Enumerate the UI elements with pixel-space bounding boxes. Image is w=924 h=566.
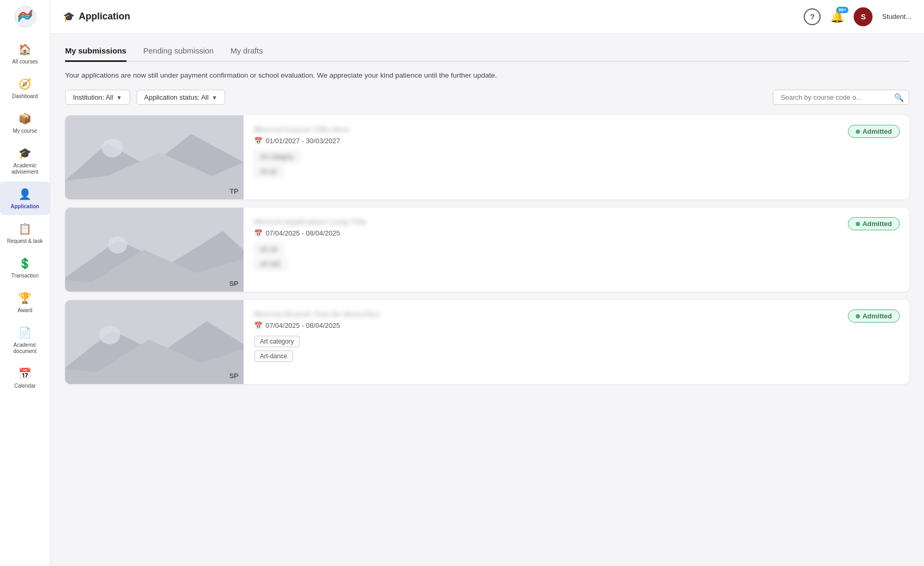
sidebar-item-request-task[interactable]: 📋 Request & task <box>0 216 50 250</box>
search-input[interactable] <box>773 90 909 105</box>
card-date: 📅 01/01/2027 - 30/03/2027 <box>254 137 899 145</box>
card-code: SP <box>229 280 238 287</box>
sidebar-item-all-courses[interactable]: 🏠 All courses <box>0 37 50 70</box>
application-icon: 👤 <box>18 187 33 201</box>
header-actions: ? 🔔 99+ S Student... <box>804 7 911 26</box>
card-thumbnail: SP <box>65 208 244 292</box>
sidebar-item-label: Request & task <box>7 238 43 244</box>
tag-item: Art art <box>254 166 283 177</box>
status-filter-label: Application status: All <box>144 93 209 101</box>
help-button[interactable]: ? <box>804 8 821 25</box>
award-icon: 🏆 <box>18 291 33 305</box>
dashboard-icon: 🧭 <box>18 77 33 91</box>
sidebar-item-academic-advisement[interactable]: 🎓 Academic advisement <box>0 141 50 180</box>
chevron-down-icon: ▼ <box>212 94 217 101</box>
sidebar-item-my-course[interactable]: 📦 My course <box>0 106 50 140</box>
sidebar-item-transaction[interactable]: 💲 Transaction <box>0 251 50 284</box>
calendar-icon: 📅 <box>254 137 262 145</box>
card-thumbnail: SP <box>65 300 244 384</box>
card-title: Blurred Application Long Title <box>254 217 899 226</box>
avatar[interactable]: S <box>854 7 873 26</box>
card-body: Admitted Blurred Course Title Here 📅 01/… <box>244 115 909 199</box>
card-thumbnail: TP <box>65 115 244 199</box>
search-wrap: 🔍 <box>773 90 909 105</box>
request-icon: 📋 <box>18 221 33 236</box>
advisement-icon: 🎓 <box>18 146 33 161</box>
tag-item: Art category <box>254 151 300 163</box>
sidebar-item-label: Transaction <box>12 273 39 279</box>
sidebar-item-application[interactable]: 👤 Application <box>0 181 50 215</box>
card-code: SP <box>229 372 238 380</box>
svg-point-12 <box>99 326 120 345</box>
app-logo[interactable] <box>14 5 37 28</box>
calendar-icon: 📅 <box>254 322 262 329</box>
main-area: 🎓 Application ? 🔔 99+ S Student... My su… <box>50 0 924 566</box>
card-date: 📅 07/04/2025 - 08/04/2025 <box>254 322 899 329</box>
card-body: Admitted Blurred Application Long Title … <box>244 208 909 292</box>
notice-text: Your applications are now still under pa… <box>65 71 909 79</box>
svg-point-8 <box>108 237 127 253</box>
institution-filter-label: Institution: All <box>73 93 113 101</box>
sidebar-item-award[interactable]: 🏆 Award <box>0 285 50 319</box>
tab-my-drafts[interactable]: My drafts <box>230 46 263 62</box>
sidebar-item-academic-document[interactable]: 📄 Academic document <box>0 320 50 360</box>
sidebar-item-label: Dashboard <box>12 93 38 100</box>
card-title: Blurred Course Title Here <box>254 125 899 134</box>
course-icon: 📦 <box>18 111 33 126</box>
card-title: Blurred Branch Test for Branches <box>254 309 899 318</box>
tag-item: Art-dance <box>254 350 293 362</box>
card-tags: art cat art cat2 <box>254 243 899 270</box>
filters-row: Institution: All ▼ Application status: A… <box>65 90 909 105</box>
date-range: 07/04/2025 - 08/04/2025 <box>266 322 340 329</box>
tab-my-submissions[interactable]: My submissions <box>65 46 127 62</box>
sidebar-item-dashboard[interactable]: 🧭 Dashboard <box>0 71 50 105</box>
page-title: Application <box>79 11 804 22</box>
date-range: 07/04/2025 - 08/04/2025 <box>266 229 340 237</box>
tag-item: art cat2 <box>254 258 287 270</box>
tabs-bar: My submissions Pending submission My dra… <box>65 46 909 62</box>
header: 🎓 Application ? 🔔 99+ S Student... <box>50 0 924 34</box>
sidebar: 🏠 All courses 🧭 Dashboard 📦 My course 🎓 … <box>0 0 50 566</box>
sidebar-item-label: Calendar <box>14 383 36 389</box>
calendar-icon: 📅 <box>254 229 262 237</box>
card-date: 📅 07/04/2025 - 08/04/2025 <box>254 229 899 237</box>
sidebar-item-label: All courses <box>12 59 38 65</box>
card-tags: Art category Art art <box>254 151 899 177</box>
tag-item: Art category <box>254 336 300 347</box>
sidebar-item-label: Application <box>10 204 39 210</box>
sidebar-item-label: Award <box>17 307 32 314</box>
transaction-icon: 💲 <box>18 256 33 271</box>
sidebar-item-label: Academic advisement <box>3 163 47 175</box>
content-area: My submissions Pending submission My dra… <box>50 34 924 566</box>
home-icon: 🏠 <box>18 42 33 57</box>
institution-filter[interactable]: Institution: All ▼ <box>65 90 130 105</box>
notification-bell[interactable]: 🔔 99+ <box>830 10 844 24</box>
date-range: 01/01/2027 - 30/03/2027 <box>266 137 340 145</box>
avatar-initial: S <box>861 13 866 21</box>
submission-card[interactable]: SP Admitted Blurred Branch Test for Bran… <box>65 300 909 384</box>
sidebar-item-calendar[interactable]: 📅 Calendar <box>0 361 50 394</box>
tab-pending-submission[interactable]: Pending submission <box>143 46 214 62</box>
svg-point-4 <box>102 138 123 157</box>
card-body: Admitted Blurred Branch Test for Branche… <box>244 300 909 384</box>
chevron-down-icon: ▼ <box>117 94 122 101</box>
submission-card[interactable]: TP Admitted Blurred Course Title Here 📅 … <box>65 115 909 199</box>
tag-item: art cat <box>254 243 283 255</box>
card-tags: Art category Art-dance <box>254 336 899 362</box>
sidebar-item-label: My course <box>13 128 37 134</box>
notification-badge: 99+ <box>836 7 848 13</box>
search-icon[interactable]: 🔍 <box>894 93 904 102</box>
user-name[interactable]: Student... <box>882 13 911 20</box>
status-filter[interactable]: Application status: All ▼ <box>136 90 226 105</box>
header-app-icon: 🎓 <box>63 11 75 23</box>
submission-card[interactable]: SP Admitted Blurred Application Long Tit… <box>65 208 909 292</box>
calendar-icon: 📅 <box>18 366 33 381</box>
sidebar-item-label: Academic document <box>3 342 47 355</box>
card-code: TP <box>229 187 238 195</box>
document-icon: 📄 <box>18 325 33 340</box>
